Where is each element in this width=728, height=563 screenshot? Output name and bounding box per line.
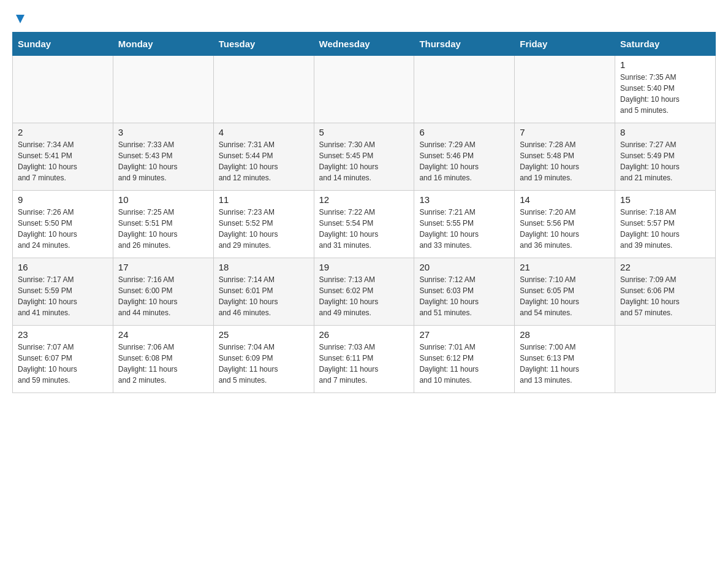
day-header-tuesday: Tuesday [213,33,314,56]
calendar-cell: 1Sunrise: 7:35 AM Sunset: 5:40 PM Daylig… [615,56,716,123]
day-header-sunday: Sunday [13,33,113,56]
day-number: 1 [620,59,710,70]
day-info: Sunrise: 7:25 AM Sunset: 5:51 PM Dayligh… [118,207,208,251]
calendar-cell [13,56,113,123]
calendar-cell [314,56,414,123]
day-number: 19 [319,262,409,272]
calendar-cell: 23Sunrise: 7:07 AM Sunset: 6:07 PM Dayli… [13,326,113,393]
day-info: Sunrise: 7:07 AM Sunset: 6:07 PM Dayligh… [18,342,108,386]
day-number: 5 [319,127,409,137]
calendar-cell: 25Sunrise: 7:04 AM Sunset: 6:09 PM Dayli… [213,326,314,393]
day-info: Sunrise: 7:04 AM Sunset: 6:09 PM Dayligh… [219,342,309,386]
calendar-cell: 6Sunrise: 7:29 AM Sunset: 5:46 PM Daylig… [414,123,515,191]
day-header-wednesday: Wednesday [314,33,414,56]
calendar-cell: 17Sunrise: 7:16 AM Sunset: 6:00 PM Dayli… [113,258,213,326]
calendar-week-row: 1Sunrise: 7:35 AM Sunset: 5:40 PM Daylig… [13,56,716,123]
calendar-cell [615,326,716,393]
day-info: Sunrise: 7:03 AM Sunset: 6:11 PM Dayligh… [319,342,409,386]
day-info: Sunrise: 7:18 AM Sunset: 5:57 PM Dayligh… [620,207,710,251]
day-number: 15 [620,194,710,205]
day-info: Sunrise: 7:14 AM Sunset: 6:01 PM Dayligh… [219,274,309,318]
calendar-cell: 7Sunrise: 7:28 AM Sunset: 5:48 PM Daylig… [515,123,615,191]
calendar-cell: 3Sunrise: 7:33 AM Sunset: 5:43 PM Daylig… [113,123,213,191]
day-number: 23 [18,329,108,340]
calendar-week-row: 9Sunrise: 7:26 AM Sunset: 5:50 PM Daylig… [13,191,716,258]
day-info: Sunrise: 7:10 AM Sunset: 6:05 PM Dayligh… [520,274,610,318]
calendar-cell: 13Sunrise: 7:21 AM Sunset: 5:55 PM Dayli… [414,191,515,258]
calendar-cell: 16Sunrise: 7:17 AM Sunset: 5:59 PM Dayli… [13,258,113,326]
calendar-cell [113,56,213,123]
day-number: 22 [620,262,710,272]
day-info: Sunrise: 7:22 AM Sunset: 5:54 PM Dayligh… [319,207,409,251]
day-number: 14 [520,194,610,205]
day-info: Sunrise: 7:23 AM Sunset: 5:52 PM Dayligh… [219,207,309,251]
calendar-cell: 5Sunrise: 7:30 AM Sunset: 5:45 PM Daylig… [314,123,414,191]
day-header-thursday: Thursday [414,33,515,56]
calendar-cell [213,56,314,123]
day-info: Sunrise: 7:28 AM Sunset: 5:48 PM Dayligh… [520,139,610,183]
day-number: 25 [219,329,309,340]
day-number: 27 [419,329,509,340]
day-number: 4 [219,127,309,137]
day-info: Sunrise: 7:01 AM Sunset: 6:12 PM Dayligh… [419,342,509,386]
calendar-cell: 12Sunrise: 7:22 AM Sunset: 5:54 PM Dayli… [314,191,414,258]
day-info: Sunrise: 7:12 AM Sunset: 6:03 PM Dayligh… [419,274,509,318]
day-info: Sunrise: 7:06 AM Sunset: 6:08 PM Dayligh… [118,342,208,386]
day-header-saturday: Saturday [615,33,716,56]
calendar-cell: 2Sunrise: 7:34 AM Sunset: 5:41 PM Daylig… [13,123,113,191]
day-number: 11 [219,194,309,205]
day-info: Sunrise: 7:21 AM Sunset: 5:55 PM Dayligh… [419,207,509,251]
day-number: 16 [18,262,108,272]
day-number: 7 [520,127,610,137]
day-info: Sunrise: 7:16 AM Sunset: 6:00 PM Dayligh… [118,274,208,318]
day-info: Sunrise: 7:33 AM Sunset: 5:43 PM Dayligh… [118,139,208,183]
calendar-cell: 14Sunrise: 7:20 AM Sunset: 5:56 PM Dayli… [515,191,615,258]
day-info: Sunrise: 7:31 AM Sunset: 5:44 PM Dayligh… [219,139,309,183]
day-number: 28 [520,329,610,340]
day-info: Sunrise: 7:35 AM Sunset: 5:40 PM Dayligh… [620,72,710,116]
calendar-cell [515,56,615,123]
day-info: Sunrise: 7:17 AM Sunset: 5:59 PM Dayligh… [18,274,108,318]
day-number: 10 [118,194,208,205]
calendar-cell: 4Sunrise: 7:31 AM Sunset: 5:44 PM Daylig… [213,123,314,191]
day-number: 26 [319,329,409,340]
calendar-cell: 19Sunrise: 7:13 AM Sunset: 6:02 PM Dayli… [314,258,414,326]
calendar-cell: 26Sunrise: 7:03 AM Sunset: 6:11 PM Dayli… [314,326,414,393]
day-info: Sunrise: 7:30 AM Sunset: 5:45 PM Dayligh… [319,139,409,183]
day-info: Sunrise: 7:26 AM Sunset: 5:50 PM Dayligh… [18,207,108,251]
calendar-cell: 28Sunrise: 7:00 AM Sunset: 6:13 PM Dayli… [515,326,615,393]
day-info: Sunrise: 7:27 AM Sunset: 5:49 PM Dayligh… [620,139,710,183]
calendar-cell: 18Sunrise: 7:14 AM Sunset: 6:01 PM Dayli… [213,258,314,326]
day-number: 12 [319,194,409,205]
day-number: 6 [419,127,509,137]
calendar-cell: 10Sunrise: 7:25 AM Sunset: 5:51 PM Dayli… [113,191,213,258]
day-number: 9 [18,194,108,205]
day-number: 18 [219,262,309,272]
day-header-friday: Friday [515,33,615,56]
logo [12,12,27,26]
day-number: 20 [419,262,509,272]
calendar-week-row: 23Sunrise: 7:07 AM Sunset: 6:07 PM Dayli… [13,326,716,393]
day-info: Sunrise: 7:34 AM Sunset: 5:41 PM Dayligh… [18,139,108,183]
day-number: 17 [118,262,208,272]
calendar-cell: 11Sunrise: 7:23 AM Sunset: 5:52 PM Dayli… [213,191,314,258]
calendar-cell [414,56,515,123]
day-info: Sunrise: 7:09 AM Sunset: 6:06 PM Dayligh… [620,274,710,318]
calendar-cell: 27Sunrise: 7:01 AM Sunset: 6:12 PM Dayli… [414,326,515,393]
days-header-row: SundayMondayTuesdayWednesdayThursdayFrid… [13,33,716,56]
page-header [12,12,716,26]
calendar-cell: 21Sunrise: 7:10 AM Sunset: 6:05 PM Dayli… [515,258,615,326]
day-info: Sunrise: 7:29 AM Sunset: 5:46 PM Dayligh… [419,139,509,183]
day-number: 13 [419,194,509,205]
calendar-cell: 20Sunrise: 7:12 AM Sunset: 6:03 PM Dayli… [414,258,515,326]
day-number: 2 [18,127,108,137]
day-header-monday: Monday [113,33,213,56]
day-number: 21 [520,262,610,272]
calendar-table: SundayMondayTuesdayWednesdayThursdayFrid… [12,32,716,393]
day-info: Sunrise: 7:20 AM Sunset: 5:56 PM Dayligh… [520,207,610,251]
calendar-cell: 15Sunrise: 7:18 AM Sunset: 5:57 PM Dayli… [615,191,716,258]
day-number: 8 [620,127,710,137]
calendar-cell: 24Sunrise: 7:06 AM Sunset: 6:08 PM Dayli… [113,326,213,393]
day-number: 3 [118,127,208,137]
calendar-week-row: 2Sunrise: 7:34 AM Sunset: 5:41 PM Daylig… [13,123,716,191]
